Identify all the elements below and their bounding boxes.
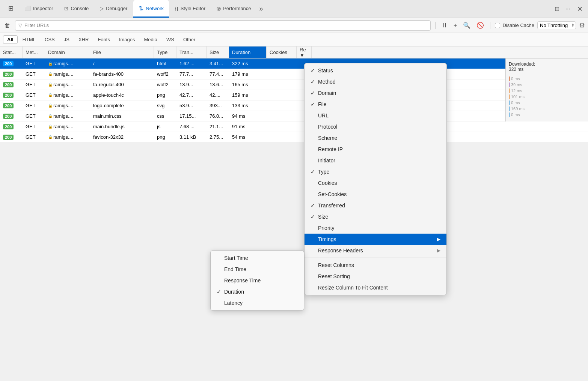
cell-file: / [90,58,154,69]
detach-window-button[interactable]: ⊟ [553,4,561,14]
lock-icon: 🔒 [48,124,53,129]
tab-inspector[interactable]: ⬜ Inspector [20,0,58,18]
more-tabs-button[interactable]: » [257,3,265,14]
table-row[interactable]: 200 GET 🔒ramigs.... fa-brands-400 woff2 … [0,69,588,80]
filter-tag-ws[interactable]: WS [162,35,178,44]
filter-tag-images[interactable]: Images [115,35,139,44]
table-row[interactable]: 200 GET 🔒ramigs.... / html 1.62 ... 3.41… [0,58,588,69]
filter-tag-js[interactable]: JS [60,35,74,44]
filter-tag-fonts[interactable]: Fonts [93,35,114,44]
cell-type: png [154,90,176,100]
cell-transferred: 53.9... [176,100,207,111]
th-type[interactable]: Type [154,46,176,58]
th-transferred[interactable]: Tran... [176,46,207,58]
close-devtools-button[interactable]: ✕ [575,3,585,15]
cell-type: png [154,132,176,142]
ctx-label-url: URL [318,112,440,118]
settings-button[interactable]: ⚙ [579,21,585,30]
table-row[interactable]: 200 GET 🔒ramigs.... logo-complete svg 53… [0,100,588,111]
filter-tag-all[interactable]: All [3,35,18,44]
cell-transferred: 13.9... [176,80,207,90]
throttle-select-wrap[interactable]: No Throttling [537,21,576,29]
tab-bar: ⊞ ⬜ Inspector ⊡ Console ▷ Debugger ⇅ Net… [0,0,588,18]
cell-file: apple-touch-ic [90,90,154,100]
ctx-item-file[interactable]: ✓ File [305,99,446,110]
tab-debugger[interactable]: ▷ Debugger [95,0,133,18]
cell-method: GET [23,100,45,111]
cell-duration: 165 ms [229,80,267,90]
cell-type: woff2 [154,80,176,90]
filter-tag-css[interactable]: CSS [41,35,59,44]
filter-tag-html[interactable]: HTML [18,35,40,44]
th-method[interactable]: Met... [23,46,45,58]
lock-icon: 🔒 [48,114,53,118]
th-size[interactable]: Size [207,46,229,58]
ctx-item-status[interactable]: ✓ Status [305,65,446,76]
ctx-item-method[interactable]: ✓ Method [305,76,446,87]
cell-duration: 322 ms [229,58,267,69]
th-file[interactable]: File [90,46,154,58]
cell-status: 200 [0,100,23,111]
throttle-select[interactable]: No Throttling [537,21,576,29]
ctx-label-status: Status [318,68,440,74]
table-row[interactable]: 200 GET 🔒ramigs.... main.min.css css 17.… [0,111,588,122]
ctx-item-url[interactable]: URL [305,110,446,121]
filter-tag-media[interactable]: Media [140,35,161,44]
ctx-label-file: File [318,101,440,107]
th-re[interactable]: Re ▼ [297,46,312,58]
cell-size: 77.4... [207,69,229,79]
tab-style-editor[interactable]: {} Style Editor [170,0,211,18]
tab-network[interactable]: ⇅ Network [133,0,169,18]
cell-domain: 🔒ramigs.... [45,100,90,111]
tab-performance-label: Performance [223,6,251,11]
status-badge: 200 [3,82,14,87]
filter-input[interactable] [24,22,427,28]
column-context-menu: ✓ Status ✓ Method ✓ Domain ✓ File URL Pr… [304,63,447,142]
tab-console-label: Console [71,6,89,11]
th-cookies[interactable]: Cookies [267,46,297,58]
table-row[interactable]: 200 GET 🔒ramigs.... main.bundle.js js 7.… [0,122,588,132]
th-status[interactable]: Stat... [0,46,23,58]
clear-button[interactable]: 🗑 [3,21,12,30]
cell-status: 200 [0,80,23,90]
cell-domain: 🔒ramigs.... [45,132,90,142]
table-row[interactable]: 200 GET 🔒ramigs.... fa-regular-400 woff2… [0,80,588,90]
ctx-label-domain: Domain [318,90,440,96]
search-button[interactable]: 🔍 [461,20,472,30]
cell-cookies [267,111,297,121]
cell-status: 200 [0,122,23,132]
block-button[interactable]: 🚫 [475,20,485,30]
cell-duration: 94 ms [229,111,267,121]
th-duration[interactable]: Duration [229,46,267,58]
cell-domain: 🔒ramigs.... [45,122,90,132]
ctx-item-domain[interactable]: ✓ Domain [305,87,446,99]
filter-input-wrap[interactable]: ▽ [15,20,431,31]
options-button[interactable]: ··· [564,4,572,14]
cell-size: 393... [207,100,229,111]
table-row[interactable]: 200 GET 🔒ramigs.... apple-touch-ic png 4… [0,90,588,100]
ctx-item-protocol[interactable]: Protocol [305,121,446,132]
filter-tag-other[interactable]: Other [179,35,200,44]
cell-cookies [267,58,297,69]
tab-inspect-icon[interactable]: ⊞ [3,0,19,18]
tab-debugger-label: Debugger [106,6,127,11]
filter-tag-xhr[interactable]: XHR [74,35,93,44]
cell-status: 200 [0,111,23,121]
cell-size: 13.6... [207,80,229,90]
table-row[interactable]: 200 GET 🔒ramigs.... favicon-32x32 png 3.… [0,132,588,142]
cell-domain: 🔒ramigs.... [45,69,90,79]
cell-duration: 91 ms [229,122,267,132]
cell-file: fa-regular-400 [90,80,154,90]
cell-cookies [267,100,297,111]
status-badge: 200 [3,135,14,140]
disable-cache-checkbox[interactable] [495,23,500,28]
status-badge: 200 [3,72,14,77]
th-domain[interactable]: Domain [45,46,90,58]
tab-console[interactable]: ⊡ Console [59,0,94,18]
disable-cache-toggle[interactable]: Disable Cache [495,22,534,28]
ctx-label-protocol: Protocol [318,124,440,130]
add-button[interactable]: + [452,21,458,30]
ctx-item-scheme[interactable]: Scheme [305,132,446,142]
pause-button[interactable]: ⏸ [440,21,449,30]
tab-performance[interactable]: ◎ Performance [211,0,256,18]
